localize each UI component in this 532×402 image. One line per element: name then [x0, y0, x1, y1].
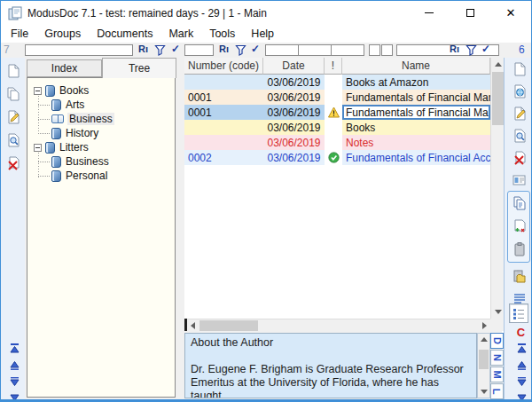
date-filter-year-input[interactable]	[331, 44, 364, 56]
memo-tab-m[interactable]: M	[490, 367, 504, 382]
next-record-button[interactable]	[512, 373, 531, 391]
date-filter-month-input[interactable]	[298, 44, 332, 56]
tab-tree[interactable]: Tree	[102, 58, 176, 78]
apply-filter-icon[interactable]: ✓	[171, 43, 180, 55]
cell-date[interactable]: 03/06/2019	[263, 105, 325, 120]
tree-item-litters[interactable]: Litters	[27, 140, 175, 154]
cell-mark[interactable]	[325, 135, 342, 150]
funnel-icon[interactable]	[466, 44, 477, 56]
first-record-button[interactable]	[512, 339, 531, 358]
record-filter-button-3[interactable]: Rı	[450, 43, 459, 54]
vscroll-thumb[interactable]	[492, 72, 504, 125]
record-filter-button[interactable]: Rı	[138, 43, 148, 54]
date-filter-day-input[interactable]	[265, 44, 299, 56]
cell-date[interactable]: 03/06/2019	[263, 150, 325, 165]
table-row[interactable]: 03/06/2019 Books	[184, 120, 490, 135]
cell-mark[interactable]	[325, 90, 342, 105]
scroll-left-button[interactable]	[187, 319, 199, 332]
cell-number[interactable]	[184, 75, 263, 90]
tree-filter-input[interactable]	[25, 44, 133, 56]
table-row[interactable]: 0001 03/06/2019 Fundamentals of Financia…	[184, 90, 490, 105]
mark-filter-input-2[interactable]	[381, 44, 393, 56]
cell-number[interactable]: 0001	[184, 105, 263, 120]
cell-number[interactable]	[184, 135, 263, 150]
cell-mark[interactable]	[325, 75, 342, 90]
memo-tab-d[interactable]: D	[490, 333, 504, 349]
table-vscrollbar[interactable]	[490, 58, 504, 319]
cell-name[interactable]: Notes	[342, 135, 490, 150]
table-row-selected[interactable]: 0001 03/06/2019 Fundamentals of Financia…	[184, 105, 490, 120]
cell-name[interactable]: Books at Amazon	[342, 75, 490, 90]
copy-record-button[interactable]	[510, 193, 528, 212]
next-record-button[interactable]	[5, 373, 24, 391]
close-button[interactable]: ✕	[490, 1, 531, 25]
tree-item-business-2[interactable]: Business	[27, 154, 175, 169]
new-document-button[interactable]	[4, 61, 22, 80]
column-header-number[interactable]: Number (code)	[184, 58, 263, 75]
menu-help[interactable]: Help	[243, 26, 282, 42]
preview-button[interactable]	[4, 130, 22, 149]
scroll-down-button[interactable]	[491, 305, 505, 319]
table-hscrollbar[interactable]	[184, 319, 490, 331]
cell-date[interactable]: 03/06/2019	[263, 135, 325, 150]
number-filter-input[interactable]	[184, 44, 214, 56]
menu-file[interactable]: File	[3, 26, 36, 42]
record-filter-button-2[interactable]: Rı	[219, 43, 229, 54]
memo-tab-l[interactable]: L	[490, 383, 504, 399]
scroll-down-button[interactable]	[478, 386, 489, 398]
cell-mark[interactable]	[325, 105, 342, 120]
column-header-date[interactable]: Date	[263, 58, 325, 75]
cell-name[interactable]: Fundamentals of Financial Manag	[342, 90, 490, 105]
tree-item-personal[interactable]: Personal	[27, 169, 175, 183]
mark-filter-input-1[interactable]	[369, 44, 380, 56]
apply-filter-icon[interactable]: ✓	[481, 43, 490, 55]
cell-name-editing[interactable]: Fundamentals of Financial Mana	[342, 105, 490, 120]
previous-record-button[interactable]	[512, 356, 531, 374]
menu-tools[interactable]: Tools	[201, 26, 243, 42]
memo-panel[interactable]: About the Author Dr. Eugene F. Brigham i…	[184, 333, 477, 398]
maximize-button[interactable]	[450, 1, 490, 25]
cell-number[interactable]: 0002	[184, 150, 263, 165]
new-record-button[interactable]	[510, 59, 528, 78]
menu-mark[interactable]: Mark	[160, 26, 201, 42]
menu-groups[interactable]: Groups	[36, 26, 89, 42]
minimize-button[interactable]	[409, 1, 450, 25]
memo-tab-n[interactable]: N	[490, 350, 504, 366]
cell-name[interactable]: Books	[342, 120, 490, 135]
funnel-icon[interactable]	[235, 44, 246, 56]
detail-view-button[interactable]	[509, 303, 528, 323]
cell-mark[interactable]	[325, 120, 342, 135]
scroll-up-button[interactable]	[478, 334, 489, 345]
previous-record-button[interactable]	[5, 356, 24, 374]
new-link-button[interactable]	[510, 82, 528, 100]
edit-record-button[interactable]	[510, 104, 528, 122]
card-view-button[interactable]	[510, 170, 528, 189]
tree-item-history[interactable]: History	[27, 126, 175, 140]
collapse-icon[interactable]	[34, 87, 42, 95]
view-record-button[interactable]	[510, 126, 528, 145]
vscroll-thumb[interactable]	[479, 350, 489, 369]
tree-item-arts[interactable]: Arts	[27, 98, 175, 112]
apply-filter-icon[interactable]: ✓	[251, 43, 260, 55]
table-row[interactable]: 03/06/2019 Books at Amazon	[184, 75, 490, 90]
table-row[interactable]: 03/06/2019 Notes	[184, 135, 490, 150]
cell-number[interactable]	[184, 120, 263, 135]
hscroll-thumb[interactable]	[200, 320, 258, 331]
collapse-icon[interactable]	[34, 144, 42, 152]
clipboard-button[interactable]	[510, 240, 528, 258]
delete-button[interactable]	[4, 154, 22, 172]
cut-record-button[interactable]	[510, 217, 528, 235]
delete-record-button[interactable]	[510, 148, 528, 167]
tab-index[interactable]: Index	[27, 59, 102, 77]
column-header-name[interactable]: Name	[342, 58, 490, 75]
column-header-mark[interactable]: !	[325, 58, 342, 75]
first-record-button[interactable]	[5, 339, 24, 358]
cell-date[interactable]: 03/06/2019	[263, 120, 325, 135]
scroll-right-button[interactable]	[479, 319, 490, 332]
cell-date[interactable]: 03/06/2019	[263, 90, 325, 105]
cell-number[interactable]: 0001	[184, 90, 263, 105]
edit-button[interactable]	[4, 107, 22, 126]
tree-item-books[interactable]: Books	[27, 83, 175, 98]
cell-date[interactable]: 03/06/2019	[263, 75, 325, 90]
table-row[interactable]: 0002 03/06/2019 Fundamentals of Financia…	[184, 150, 490, 165]
